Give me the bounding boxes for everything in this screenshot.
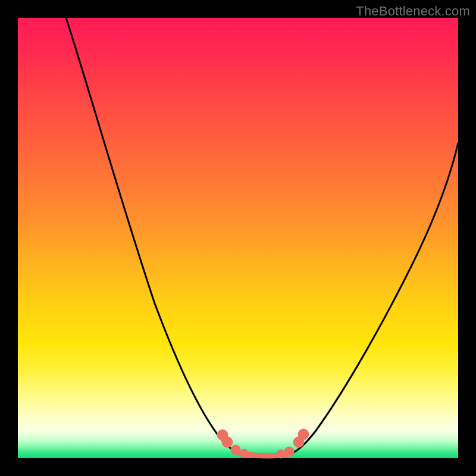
curve-right-branch [292,143,458,453]
marker-dot [222,437,233,447]
watermark-text: TheBottleneck.com [356,4,470,19]
marker-dot [231,445,240,455]
curve-left-branch [66,18,239,453]
curve-layer [18,18,458,458]
marker-dot [240,449,248,458]
marker-dot [277,450,285,458]
marker-dot [284,447,294,456]
marker-dot [298,429,309,440]
chart-frame: TheBottleneck.com [0,0,476,476]
